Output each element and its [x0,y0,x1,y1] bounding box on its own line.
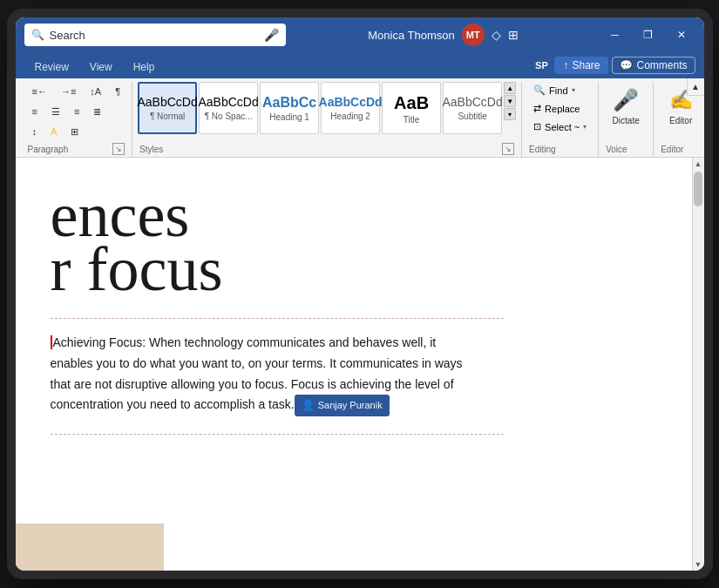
minimize-button[interactable]: ─ [601,24,629,46]
ribbon-tabs: Review View Help SP ↑ Share 💬 Comments [16,52,704,78]
align-right-button[interactable]: ≡ [68,102,85,121]
share-icon: ↑ [563,59,568,71]
sort-button[interactable]: ↕A [84,82,107,101]
line-spacing-button[interactable]: ↕ [26,122,44,141]
tab-help[interactable]: Help [123,57,166,78]
diamond-icon: ◇ [492,28,501,42]
ribbon-group-editing: 🔍 Find ▾ ⇄ Replace ⊡ Select ~ [522,82,599,157]
paragraph-label: Paragraph [28,145,69,154]
document-scroll: ences r focus Achieving Focus: When tech… [16,158,692,571]
style-more[interactable]: ▾ [504,108,516,120]
editor-group-name: Editor [661,145,683,154]
style-h1-label: Heading 1 [269,112,309,122]
style-scroll-down[interactable]: ▼ [504,95,516,107]
scroll-thumb[interactable] [694,172,702,206]
ribbon-collapse-button[interactable]: ▲ [687,78,704,96]
style-no-spacing[interactable]: AaBbCcDd ¶ No Spac... [199,82,258,134]
style-h2-label: Heading 2 [330,112,370,121]
search-text: Search [50,29,259,42]
scroll-up-arrow[interactable]: ▲ [692,158,704,170]
style-subtitle-preview: AaBbCcDd [442,95,502,110]
scroll-down-arrow[interactable]: ▼ [692,558,704,571]
style-title[interactable]: AaB Title [382,82,441,134]
editing-content: 🔍 Find ▾ ⇄ Replace ⊡ Select ~ [527,82,593,141]
find-dropdown-icon: ▾ [572,86,575,94]
select-label: Select ~ [545,122,580,132]
comment-badge: 👤Sanjay Puranik [295,395,390,416]
show-formatting-button[interactable]: ¶ [109,82,126,101]
style-heading1[interactable]: AaBbCc Heading 1 [260,82,319,134]
align-left-button[interactable]: ≡ [26,102,44,121]
document-paragraph: Achieving Focus: When technology communi… [51,333,469,416]
find-label: Find [549,85,567,96]
title-bar: 🔍 Search 🎤 Monica Thomson MT ◇ ⊞ ─ ❐ ✕ [16,17,704,52]
replace-label: Replace [545,104,580,114]
restore-button[interactable]: ❐ [634,24,662,46]
styles-group-label: Styles ↘ [138,141,516,157]
tab-right-actions: SP ↑ Share 💬 Comments [532,56,695,78]
indent-increase-button[interactable]: →≡ [55,82,82,101]
document-image [16,524,164,571]
comments-button[interactable]: 💬 Comments [612,57,695,74]
ribbon-group-voice: 🎤 Dictate Voice [599,82,654,157]
avatar: MT [462,24,485,46]
dictate-icon: 🎤 [612,86,640,114]
style-scroll-up[interactable]: ▲ [504,82,516,94]
justify-button[interactable]: ≣ [87,102,107,121]
replace-icon: ⇄ [533,103,541,114]
tab-review[interactable]: Review [24,57,79,78]
search-icon: 🔍 [31,29,44,41]
dictate-label: Dictate [613,116,640,126]
editor-label: Editor [669,116,692,126]
bottom-divider [51,434,504,435]
ribbon: ≡← →≡ ↕A ¶ ≡ ☰ ≡ ≣ [16,78,704,158]
paragraph-text: Achieving Focus: When technology communi… [51,335,463,411]
select-button[interactable]: ⊡ Select ~ ▾ [527,118,593,135]
ribbon-group-styles: AaBbCcDd ¶ Normal AaBbCcDd ¶ No Spac... … [132,82,522,157]
style-subtitle[interactable]: AaBbCcDd Subtitle [443,82,502,134]
style-subtitle-label: Subtitle [458,112,486,121]
style-h1-preview: AaBbCc [262,94,316,111]
style-normal-label: ¶ Normal [150,112,185,121]
text-cursor [51,335,52,349]
replace-button[interactable]: ⇄ Replace [527,100,593,117]
style-h2-preview: AaBbCcDd [319,95,383,110]
ribbon-group-paragraph: ≡← →≡ ↕A ¶ ≡ ☰ ≡ ≣ [21,82,133,157]
shading-button[interactable]: A [44,122,63,141]
comment-person-icon: 👤 [302,396,315,414]
tab-view[interactable]: View [79,57,123,78]
close-button[interactable]: ✕ [668,24,695,46]
screen: 🔍 Search 🎤 Monica Thomson MT ◇ ⊞ ─ ❐ ✕ R… [16,17,704,571]
dictate-button[interactable]: 🎤 Dictate [604,82,648,141]
window-controls: ─ ❐ ✕ [601,24,695,46]
indent-decrease-button[interactable]: ≡← [26,82,53,101]
style-heading2[interactable]: AaBbCcDd Heading 2 [321,82,380,134]
select-icon: ⊡ [533,121,541,132]
editing-label: Editing [529,145,556,154]
style-scroll-controls: ▲ ▼ ▾ [504,82,516,120]
grid-icon: ⊞ [508,28,519,42]
title-bar-center: Monica Thomson MT ◇ ⊞ [293,24,594,46]
style-title-preview: AaB [394,92,429,113]
align-center-button[interactable]: ☰ [45,102,66,121]
device-frame: 🔍 Search 🎤 Monica Thomson MT ◇ ⊞ ─ ❐ ✕ R… [7,9,713,579]
styles-content: AaBbCcDd ¶ Normal AaBbCcDd ¶ No Spac... … [138,82,516,141]
find-button[interactable]: 🔍 Find ▾ [527,82,593,98]
comment-icon: 💬 [620,59,633,71]
style-nospacing-label: ¶ No Spac... [205,112,253,121]
paragraph-controls: ≡← →≡ ↕A ¶ ≡ ☰ ≡ ≣ [26,82,127,141]
paragraph-expand-button[interactable]: ↘ [112,143,125,155]
heading-partial-2: r focus [51,238,657,301]
search-box[interactable]: 🔍 Search 🎤 [24,24,286,46]
paragraph-group-label: Paragraph ↘ [26,141,127,157]
border-button[interactable]: ⊞ [64,122,85,141]
voice-content: 🎤 Dictate [604,82,648,141]
style-title-label: Title [404,115,420,125]
styles-gallery: AaBbCcDd ¶ Normal AaBbCcDd ¶ No Spac... … [138,82,502,134]
style-normal-preview: AaBbCcDd [137,95,197,110]
style-normal[interactable]: AaBbCcDd ¶ Normal [138,82,197,134]
vertical-scrollbar[interactable]: ▲ ▼ [692,158,704,571]
share-button[interactable]: ↑ Share [554,57,608,74]
styles-expand-button[interactable]: ↘ [502,143,514,155]
user-name-label: Monica Thomson [368,29,454,42]
